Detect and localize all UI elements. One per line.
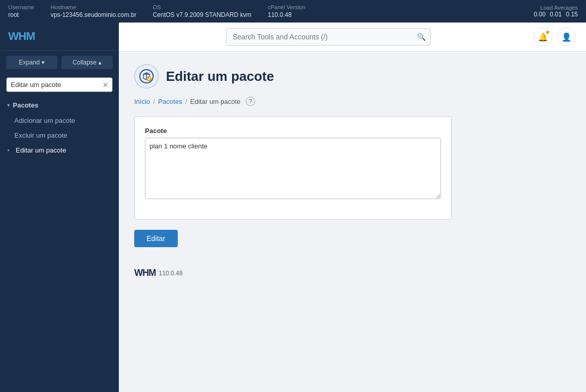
page-icon	[134, 64, 159, 89]
user-icon: 👤	[561, 32, 572, 42]
edit-button[interactable]: Editar	[134, 230, 178, 247]
os-label: OS	[153, 4, 252, 10]
cpanel-value: 110.0.48	[268, 11, 305, 18]
header-actions: 🔔 👤	[534, 28, 576, 46]
pacote-label: Pacote	[145, 127, 441, 135]
sidebar-search-input[interactable]	[6, 77, 113, 92]
notification-dot	[546, 30, 550, 34]
breadcrumb-section[interactable]: Pacotes	[158, 98, 182, 105]
sidebar-buttons: Expand ▾ Collapse ▴	[0, 51, 119, 74]
search-icon: 🔍	[417, 33, 426, 41]
sidebar-search-container: ✕	[6, 77, 113, 92]
footer-whm-logo-text: WHM	[134, 268, 156, 278]
sidebar: WHM Expand ▾ Collapse ▴ ✕ ▾ Pacotes	[0, 23, 119, 392]
expand-button[interactable]: Expand ▾	[6, 56, 57, 69]
package-edit-icon	[139, 69, 154, 83]
page-footer: WHM 110.0.48	[134, 247, 571, 278]
cpanel-info: cPanel Version 110.0.48	[268, 4, 305, 18]
footer-logo: WHM 110.0.48	[134, 268, 571, 278]
cpanel-label: cPanel Version	[268, 4, 305, 10]
os-value: CentOS v7.9.2009 STANDARD kvm	[153, 11, 252, 18]
os-info: OS CentOS v7.9.2009 STANDARD kvm	[153, 4, 252, 18]
top-bar: Username root Hostname vps-123456.seudom…	[0, 0, 586, 23]
sidebar-item-adicionar[interactable]: Adicionar um pacote	[0, 113, 119, 128]
form-card: Pacote plan 1 nome cliente	[134, 116, 452, 220]
header-bar: 🔍 🔔 👤	[119, 23, 586, 52]
load-label: Load Averages	[534, 5, 578, 11]
page-content: Editar um pacote Início / Pacotes / Edit…	[119, 52, 586, 392]
sidebar-item-adicionar-label: Adicionar um pacote	[14, 117, 75, 124]
breadcrumb-sep-2: /	[185, 98, 187, 105]
help-icon[interactable]: ?	[246, 97, 255, 106]
breadcrumb-sep-1: /	[153, 98, 155, 105]
sidebar-search-wrapper: ✕	[0, 74, 119, 95]
pacote-textarea[interactable]: plan 1 nome cliente	[145, 138, 441, 199]
whm-logo: WHM	[8, 30, 35, 43]
sidebar-search-clear-button[interactable]: ✕	[102, 81, 109, 89]
breadcrumb: Início / Pacotes / Editar um pacote ?	[134, 97, 571, 106]
sidebar-item-editar[interactable]: Editar um pacote	[0, 143, 119, 158]
header-search-container: 🔍	[226, 28, 431, 46]
collapse-button[interactable]: Collapse ▴	[61, 56, 113, 69]
load-2: 0.01	[550, 11, 561, 18]
sidebar-item-excluir[interactable]: Excluir um pacote	[0, 128, 119, 143]
sidebar-section-header-pacotes[interactable]: ▾ Pacotes	[0, 97, 119, 113]
header-search-input[interactable]	[226, 28, 431, 46]
user-menu-button[interactable]: 👤	[557, 28, 576, 46]
breadcrumb-current: Editar um pacote	[190, 98, 240, 105]
username-label: Username	[8, 4, 34, 10]
sidebar-item-excluir-label: Excluir um pacote	[14, 132, 67, 139]
page-header: Editar um pacote	[134, 64, 571, 89]
load-averages: Load Averages 0.00 0.01 0.15	[534, 5, 578, 18]
page-title: Editar um pacote	[166, 69, 274, 84]
header-search-wrapper: 🔍	[129, 28, 528, 46]
username-info: Username root	[8, 4, 34, 18]
sidebar-section-pacotes: ▾ Pacotes Adicionar um pacote Excluir um…	[0, 95, 119, 160]
username-value: root	[8, 11, 34, 18]
footer-version: 110.0.48	[159, 270, 183, 277]
sidebar-logo: WHM	[0, 23, 119, 51]
load-3: 0.15	[566, 11, 578, 18]
hostname-info: Hostname vps-123456.seudominio.com.br	[51, 4, 136, 18]
breadcrumb-home[interactable]: Início	[134, 98, 150, 105]
chevron-down-icon: ▾	[7, 102, 10, 108]
hostname-label: Hostname	[51, 4, 136, 10]
sidebar-item-editar-label: Editar um pacote	[16, 146, 66, 154]
collapse-icon: ▴	[98, 59, 101, 66]
expand-icon: ▾	[41, 59, 45, 66]
collapse-label: Collapse	[73, 59, 97, 66]
load-1: 0.00	[534, 11, 546, 18]
pacote-form-group: Pacote plan 1 nome cliente	[145, 127, 441, 201]
expand-label: Expand	[19, 59, 40, 66]
content-area: 🔍 🔔 👤	[119, 23, 586, 392]
hostname-value: vps-123456.seudominio.com.br	[51, 11, 136, 18]
notifications-button[interactable]: 🔔	[534, 28, 552, 46]
sidebar-section-label: Pacotes	[13, 101, 38, 109]
